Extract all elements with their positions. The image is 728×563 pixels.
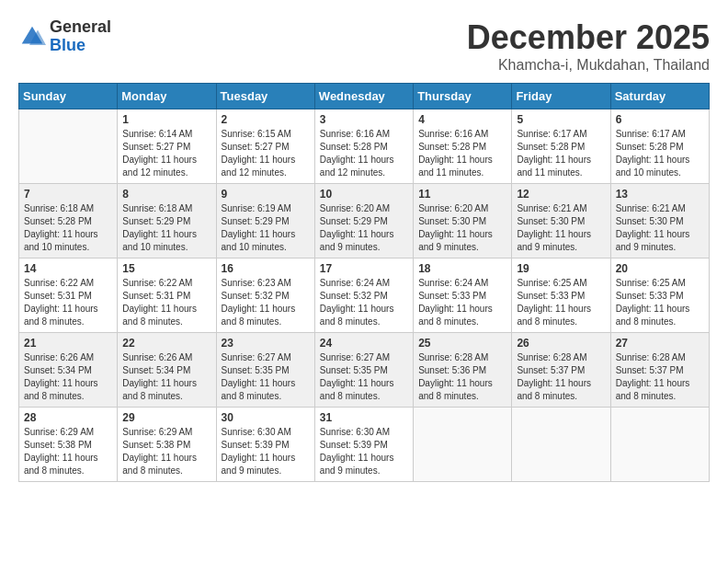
day-number: 21 [24,337,112,350]
title-block: December 2025 Khamcha-i, Mukdahan, Thail… [467,18,710,74]
calendar-cell [610,408,709,482]
calendar-cell [512,408,610,482]
day-number: 23 [222,337,310,350]
cell-content: Sunrise: 6:30 AMSunset: 5:39 PMDaylight:… [320,426,408,477]
calendar-cell: 5Sunrise: 6:17 AMSunset: 5:28 PMDaylight… [512,109,610,184]
calendar-cell: 12Sunrise: 6:21 AMSunset: 5:30 PMDayligh… [512,184,610,259]
day-number: 9 [222,188,310,201]
calendar-cell: 18Sunrise: 6:24 AMSunset: 5:33 PMDayligh… [414,259,512,333]
day-number: 6 [616,113,704,126]
logo: General Blue [18,18,111,55]
day-number: 12 [517,188,605,201]
cell-content: Sunrise: 6:21 AMSunset: 5:30 PMDaylight:… [616,202,704,254]
day-number: 27 [616,337,704,350]
cell-content: Sunrise: 6:24 AMSunset: 5:32 PMDaylight:… [320,277,408,328]
calendar-week-row: 28Sunrise: 6:29 AMSunset: 5:38 PMDayligh… [19,408,710,482]
cell-content: Sunrise: 6:27 AMSunset: 5:35 PMDaylight:… [222,351,310,403]
day-number: 28 [24,411,112,424]
day-header-monday: Monday [118,84,216,109]
cell-content: Sunrise: 6:25 AMSunset: 5:33 PMDaylight:… [517,277,605,328]
cell-content: Sunrise: 6:15 AMSunset: 5:27 PMDaylight:… [222,128,310,179]
calendar-week-row: 1Sunrise: 6:14 AMSunset: 5:27 PMDaylight… [19,109,710,184]
calendar-cell: 3Sunrise: 6:16 AMSunset: 5:28 PMDaylight… [314,109,413,184]
day-number: 26 [517,337,605,350]
day-number: 4 [418,113,506,126]
calendar-cell: 10Sunrise: 6:20 AMSunset: 5:29 PMDayligh… [314,184,413,259]
calendar-header-row: SundayMondayTuesdayWednesdayThursdayFrid… [19,84,710,109]
cell-content: Sunrise: 6:22 AMSunset: 5:31 PMDaylight:… [24,277,112,328]
day-number: 19 [517,262,605,275]
location-title: Khamcha-i, Mukdahan, Thailand [467,57,710,74]
day-number: 10 [320,188,408,201]
day-number: 11 [418,188,506,201]
day-number: 7 [24,188,112,201]
cell-content: Sunrise: 6:30 AMSunset: 5:39 PMDaylight:… [222,426,310,477]
cell-content: Sunrise: 6:28 AMSunset: 5:37 PMDaylight:… [517,351,605,403]
calendar-cell: 9Sunrise: 6:19 AMSunset: 5:29 PMDaylight… [216,184,314,259]
logo-general-text: General [50,18,111,37]
calendar-cell: 30Sunrise: 6:30 AMSunset: 5:39 PMDayligh… [216,408,314,482]
day-number: 5 [517,113,605,126]
calendar-cell: 8Sunrise: 6:18 AMSunset: 5:29 PMDaylight… [118,184,216,259]
day-number: 22 [122,337,210,350]
day-header-friday: Friday [512,84,610,109]
calendar-cell: 11Sunrise: 6:20 AMSunset: 5:30 PMDayligh… [414,184,512,259]
calendar-cell: 15Sunrise: 6:22 AMSunset: 5:31 PMDayligh… [118,259,216,333]
cell-content: Sunrise: 6:22 AMSunset: 5:31 PMDaylight:… [122,277,210,328]
calendar-week-row: 14Sunrise: 6:22 AMSunset: 5:31 PMDayligh… [19,259,710,333]
calendar-cell [19,109,118,184]
day-number: 25 [418,337,506,350]
cell-content: Sunrise: 6:20 AMSunset: 5:30 PMDaylight:… [418,202,506,254]
day-number: 20 [616,262,704,275]
calendar-cell: 1Sunrise: 6:14 AMSunset: 5:27 PMDaylight… [118,109,216,184]
calendar-cell: 25Sunrise: 6:28 AMSunset: 5:36 PMDayligh… [414,333,512,408]
calendar-week-row: 21Sunrise: 6:26 AMSunset: 5:34 PMDayligh… [19,333,710,408]
day-number: 31 [320,411,408,424]
cell-content: Sunrise: 6:29 AMSunset: 5:38 PMDaylight:… [122,426,210,477]
cell-content: Sunrise: 6:16 AMSunset: 5:28 PMDaylight:… [418,128,506,179]
calendar-cell: 7Sunrise: 6:18 AMSunset: 5:28 PMDaylight… [19,184,118,259]
day-header-thursday: Thursday [414,84,512,109]
logo-icon [18,23,46,51]
cell-content: Sunrise: 6:28 AMSunset: 5:37 PMDaylight:… [616,351,704,403]
day-number: 14 [24,262,112,275]
cell-content: Sunrise: 6:19 AMSunset: 5:29 PMDaylight:… [222,202,310,254]
calendar-cell: 22Sunrise: 6:26 AMSunset: 5:34 PMDayligh… [118,333,216,408]
day-number: 24 [320,337,408,350]
cell-content: Sunrise: 6:17 AMSunset: 5:28 PMDaylight:… [616,128,704,179]
cell-content: Sunrise: 6:26 AMSunset: 5:34 PMDaylight:… [24,351,112,403]
calendar-cell: 16Sunrise: 6:23 AMSunset: 5:32 PMDayligh… [216,259,314,333]
calendar-cell: 13Sunrise: 6:21 AMSunset: 5:30 PMDayligh… [610,184,709,259]
day-number: 17 [320,262,408,275]
calendar-week-row: 7Sunrise: 6:18 AMSunset: 5:28 PMDaylight… [19,184,710,259]
cell-content: Sunrise: 6:28 AMSunset: 5:36 PMDaylight:… [418,351,506,403]
day-number: 15 [122,262,210,275]
calendar-cell: 29Sunrise: 6:29 AMSunset: 5:38 PMDayligh… [118,408,216,482]
logo-blue-text: Blue [50,37,111,55]
cell-content: Sunrise: 6:17 AMSunset: 5:28 PMDaylight:… [517,128,605,179]
day-number: 13 [616,188,704,201]
cell-content: Sunrise: 6:26 AMSunset: 5:34 PMDaylight:… [122,351,210,403]
logo-text: General Blue [50,18,111,55]
cell-content: Sunrise: 6:29 AMSunset: 5:38 PMDaylight:… [24,426,112,477]
day-number: 3 [320,113,408,126]
month-title: December 2025 [467,18,710,57]
calendar-cell: 19Sunrise: 6:25 AMSunset: 5:33 PMDayligh… [512,259,610,333]
day-header-wednesday: Wednesday [314,84,413,109]
calendar-cell: 17Sunrise: 6:24 AMSunset: 5:32 PMDayligh… [314,259,413,333]
calendar-cell [414,408,512,482]
day-number: 18 [418,262,506,275]
day-header-tuesday: Tuesday [216,84,314,109]
cell-content: Sunrise: 6:24 AMSunset: 5:33 PMDaylight:… [418,277,506,328]
calendar-cell: 6Sunrise: 6:17 AMSunset: 5:28 PMDaylight… [610,109,709,184]
day-number: 30 [222,411,310,424]
calendar-cell: 20Sunrise: 6:25 AMSunset: 5:33 PMDayligh… [610,259,709,333]
day-number: 1 [122,113,210,126]
day-number: 2 [222,113,310,126]
cell-content: Sunrise: 6:18 AMSunset: 5:28 PMDaylight:… [24,202,112,254]
calendar-cell: 21Sunrise: 6:26 AMSunset: 5:34 PMDayligh… [19,333,118,408]
cell-content: Sunrise: 6:25 AMSunset: 5:33 PMDaylight:… [616,277,704,328]
cell-content: Sunrise: 6:16 AMSunset: 5:28 PMDaylight:… [320,128,408,179]
cell-content: Sunrise: 6:18 AMSunset: 5:29 PMDaylight:… [122,202,210,254]
day-header-saturday: Saturday [610,84,709,109]
